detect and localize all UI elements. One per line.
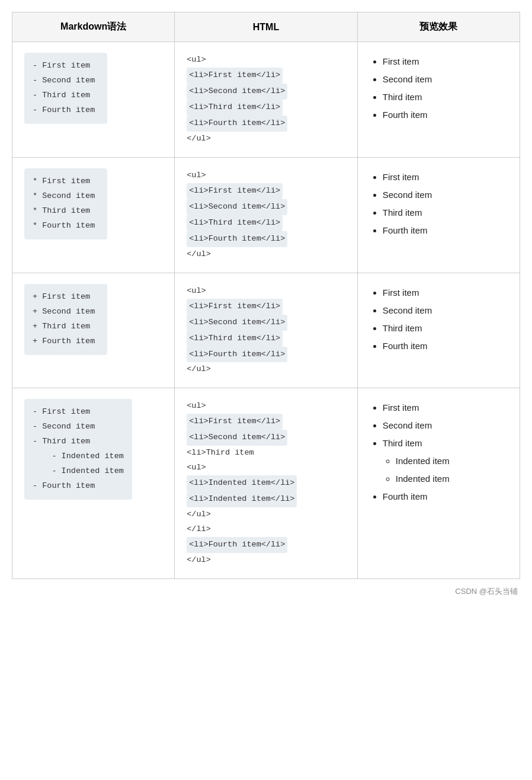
html-line: </ul> [187,362,345,377]
preview-sublist-item: Indented item [396,452,508,470]
markdown-line: * Second item [33,189,99,204]
markdown-code-block-1: - First item- Second item- Third item- F… [24,53,107,124]
table-row-1: - First item- Second item- Third item- F… [12,42,520,158]
html-code-block-2: <ul><li>First item</li><li>Second item</… [187,168,345,262]
markdown-line: + Second item [33,305,99,319]
html-line: <li>Fourth item</li> [187,347,345,363]
html-cell-2: <ul><li>First item</li><li>Second item</… [175,157,358,273]
html-tag-highlight: <li>First item</li> [187,68,283,84]
main-table: Markdown语法 HTML 预览效果 - First item- Secon… [12,12,520,579]
preview-list-item: First item [383,399,508,417]
markdown-line: - Fourth item [33,103,99,118]
html-cell-3: <ul><li>First item</li><li>Second item</… [175,273,358,388]
preview-list-item: Fourth item [383,106,508,124]
markdown-line: + First item [33,290,99,305]
html-line: </li> [187,522,345,537]
markdown-line: - Indented item [33,464,124,479]
html-line: <li>Fourth item</li> [187,116,345,132]
html-line: <ul> [187,399,345,414]
markdown-line: - First item [33,59,99,73]
markdown-line: + Third item [33,319,99,334]
preview-list-item: Second item [383,417,508,434]
html-cell-4: <ul><li>First item</li><li>Second item</… [175,388,358,579]
html-line: <li>Fourth item</li> [187,231,345,247]
html-line: <li>First item</li> [187,299,345,315]
preview-list-item: Second item [383,186,508,204]
preview-list-item: First item [383,168,508,186]
preview-list-item: First item [383,284,508,302]
html-line: </ul> [187,507,345,522]
markdown-line: * Fourth item [33,219,99,234]
preview-list-item: Second item [383,71,508,88]
preview-sublist: Indented itemIndented item [383,452,508,488]
preview-list-item: Third itemIndented itemIndented item [383,434,508,488]
preview-list-3: First itemSecond itemThird itemFourth it… [370,284,508,355]
html-line: <li>Fourth item</li> [187,537,345,553]
preview-list-item: Third item [383,319,508,337]
html-tag-highlight: <li>Third item</li> [187,215,283,231]
header-markdown: Markdown语法 [12,12,175,42]
html-line: <ul> [187,53,345,68]
html-line: <li>First item</li> [187,414,345,430]
html-line: <li>Third item</li> [187,331,345,347]
html-tag-highlight: <li>First item</li> [187,183,283,199]
preview-list-item: Fourth item [383,337,508,355]
html-code-block-1: <ul><li>First item</li><li>Second item</… [187,53,345,146]
html-line: <li>Second item</li> [187,199,345,215]
markdown-code-block-4: - First item- Second item- Third item - … [24,399,132,500]
markdown-line: - Third item [33,434,124,449]
preview-cell-4: First itemSecond itemThird itemIndented … [357,388,520,579]
html-tag-highlight: <li>Fourth item</li> [187,116,287,132]
preview-list-item: First item [383,53,508,71]
html-tag-highlight: <li>First item</li> [187,414,283,430]
markdown-code-block-3: + First item+ Second item+ Third item+ F… [24,284,107,355]
preview-list-1: First itemSecond itemThird itemFourth it… [370,53,508,124]
markdown-code-block-2: * First item* Second item* Third item* F… [24,168,107,239]
html-tag-highlight: <li>First item</li> [187,299,283,315]
html-code-block-4: <ul><li>First item</li><li>Second item</… [187,399,345,568]
html-line: <li>First item</li> [187,183,345,199]
html-line: <ul> [187,461,345,475]
header-html: HTML [175,12,358,42]
preview-list-nested-4: First itemSecond itemThird itemIndented … [370,399,508,506]
markdown-line: - Third item [33,88,99,103]
markdown-line: + Fourth item [33,334,99,349]
markdown-cell-3: + First item+ Second item+ Third item+ F… [12,273,175,388]
table-row-4: - First item- Second item- Third item - … [12,388,520,579]
html-line: <li>Indented item</li> [187,491,345,507]
markdown-line: - First item [33,405,124,420]
markdown-cell-4: - First item- Second item- Third item - … [12,388,175,579]
markdown-line: - Second item [33,73,99,88]
html-line: <ul> [187,284,345,299]
table-row-3: + First item+ Second item+ Third item+ F… [12,273,520,388]
html-tag-highlight: <li>Third item</li> [187,331,283,347]
preview-list-item: Second item [383,302,508,319]
footer-text: CSDN @石头当铺 [12,586,520,597]
preview-cell-3: First itemSecond itemThird itemFourth it… [357,273,520,388]
html-line: <li>First item</li> [187,68,345,84]
header-preview: 预览效果 [357,12,520,42]
html-tag-highlight: <li>Second item</li> [187,430,287,446]
markdown-line: - Second item [33,420,124,434]
html-line: <li>Second item</li> [187,430,345,446]
preview-list-item: Third item [383,88,508,106]
markdown-cell-1: - First item- Second item- Third item- F… [12,42,175,158]
markdown-line: * First item [33,174,99,189]
preview-list-item: Third item [383,204,508,222]
html-tag-highlight: <li>Indented item</li> [187,491,297,507]
html-line: <li>Third item</li> [187,215,345,231]
table-row-2: * First item* Second item* Third item* F… [12,157,520,273]
html-tag-highlight: <li>Fourth item</li> [187,347,287,363]
html-line: </ul> [187,132,345,146]
html-line: <li>Indented item</li> [187,475,345,491]
html-tag-highlight: <li>Second item</li> [187,315,287,331]
markdown-line: * Third item [33,204,99,219]
preview-sublist-item: Indented item [396,470,508,488]
markdown-line: - Indented item [33,449,124,464]
html-tag-highlight: <li>Third item</li> [187,100,283,116]
html-tag-highlight: <li>Fourth item</li> [187,231,287,247]
preview-cell-2: First itemSecond itemThird itemFourth it… [357,157,520,273]
preview-cell-1: First itemSecond itemThird itemFourth it… [357,42,520,158]
html-line: <li>Second item</li> [187,315,345,331]
html-tag-highlight: <li>Indented item</li> [187,475,297,491]
